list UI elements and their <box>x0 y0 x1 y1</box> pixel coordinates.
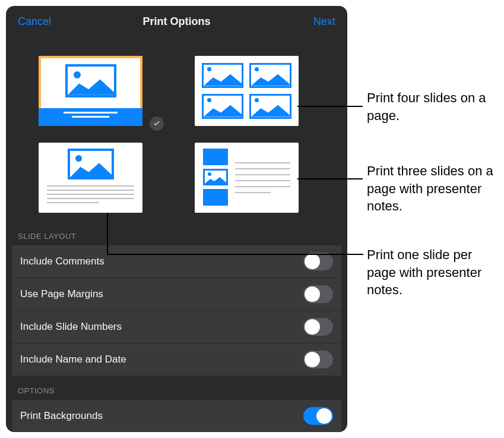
toggle-include-name-date[interactable] <box>303 351 333 368</box>
callout-line <box>297 106 363 107</box>
slide-layout-settings: Include Comments Use Page Margins Includ… <box>12 245 341 376</box>
layout-four-slides[interactable] <box>195 56 315 126</box>
toggle-use-page-margins[interactable] <box>303 285 333 303</box>
setting-include-comments: Include Comments <box>12 245 341 278</box>
selected-check-icon <box>148 115 165 132</box>
layout-single-slide-thumb <box>39 56 142 126</box>
modal-title: Print Options <box>143 15 211 28</box>
callout-line <box>107 213 108 254</box>
cancel-button[interactable]: Cancel <box>18 15 51 28</box>
layout-single-slide[interactable] <box>39 56 159 126</box>
options-section-header: Options <box>6 386 347 400</box>
setting-include-name-date: Include Name and Date <box>12 344 341 376</box>
print-options-modal: Cancel Print Options Next <box>6 6 347 432</box>
callout-line <box>297 178 363 179</box>
slide-layout-section-header: Slide Layout <box>6 232 347 245</box>
setting-label: Use Page Margins <box>20 288 103 300</box>
setting-label: Include Comments <box>20 256 104 267</box>
next-button[interactable]: Next <box>313 15 335 28</box>
callout-line <box>107 254 363 255</box>
layout-thumbnails <box>6 37 347 232</box>
svg-marker-0 <box>68 80 114 95</box>
layout-three-slides-with-notes[interactable] <box>195 143 315 213</box>
svg-marker-2 <box>251 74 290 86</box>
setting-use-page-margins: Use Page Margins <box>12 278 341 311</box>
svg-marker-6 <box>205 177 226 184</box>
layout-four-slides-thumb <box>195 56 299 126</box>
modal-header: Cancel Print Options Next <box>6 6 347 37</box>
toggle-include-comments[interactable] <box>303 253 333 270</box>
layout-one-slide-with-notes-thumb <box>39 143 142 213</box>
toggle-print-backgrounds[interactable] <box>303 407 333 425</box>
svg-marker-5 <box>70 163 112 177</box>
toggle-include-slide-numbers[interactable] <box>303 318 333 336</box>
callout-three-slides: Print three slides on a page with presen… <box>367 162 497 215</box>
setting-include-slide-numbers: Include Slide Numbers <box>12 311 341 344</box>
callout-four-slides: Print four slides on a page. <box>367 89 492 124</box>
svg-marker-4 <box>251 105 290 117</box>
options-settings: Print Backgrounds <box>12 400 341 432</box>
setting-label: Include Name and Date <box>20 354 126 365</box>
setting-print-backgrounds: Print Backgrounds <box>12 400 341 432</box>
callout-one-slide: Print one slide per page with presenter … <box>367 246 497 299</box>
svg-marker-3 <box>204 105 242 117</box>
setting-label: Print Backgrounds <box>20 410 103 422</box>
setting-label: Include Slide Numbers <box>20 321 122 333</box>
layout-one-slide-with-notes[interactable] <box>39 143 159 213</box>
svg-marker-1 <box>204 74 242 86</box>
layout-three-slides-with-notes-thumb <box>195 143 299 213</box>
